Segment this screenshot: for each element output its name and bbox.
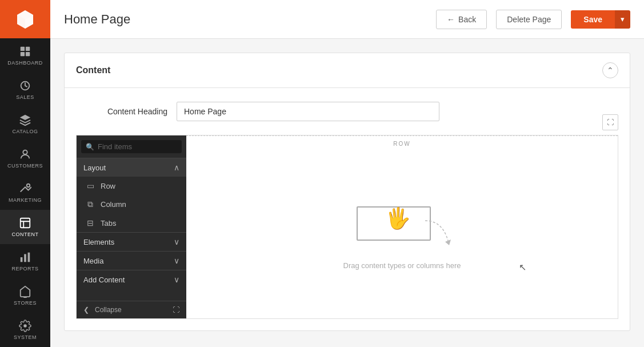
chevron-down-icon: ▾ <box>621 15 625 23</box>
sidebar-item-sales-label: SALES <box>16 94 34 100</box>
sidebar-item-customers-label: CUSTOMERS <box>7 163 43 169</box>
add-content-chevron-down-icon: ∨ <box>174 275 179 284</box>
panel-item-tabs[interactable]: ⊟ Tabs <box>77 214 186 232</box>
content-area: Content ⌃ Content Heading ⛶ <box>50 39 644 347</box>
content-heading-row: Content Heading <box>65 88 630 135</box>
drop-zone-text: Drag content types or columns here <box>343 261 461 270</box>
sidebar-item-sales[interactable]: SALES <box>0 73 50 107</box>
elements-section-label: Elements <box>83 238 114 246</box>
media-section-header[interactable]: Media ∨ <box>77 251 186 270</box>
delete-page-button[interactable]: Delete Page <box>496 10 562 29</box>
svg-point-5 <box>23 150 27 154</box>
panel-search-inner: 🔍 <box>81 140 182 153</box>
svg-rect-11 <box>23 297 27 298</box>
sidebar-item-dashboard-label: DASHBOARD <box>7 60 43 66</box>
svg-rect-0 <box>21 47 25 51</box>
sidebar-item-marketing-label: MARKETING <box>9 197 42 203</box>
search-icon: 🔍 <box>86 143 94 151</box>
chevron-left-icon: ❮ <box>83 306 89 314</box>
fullscreen-icon: ⛶ <box>607 118 614 126</box>
sidebar-logo <box>0 0 50 38</box>
sidebar-item-catalog[interactable]: CATALOG <box>0 107 50 141</box>
chevron-up-icon: ⌃ <box>607 66 614 75</box>
sidebar-item-content[interactable]: CONTENT <box>0 210 50 244</box>
panel-item-row[interactable]: ▭ Row <box>77 177 186 195</box>
page-title: Home Page <box>64 12 427 27</box>
hand-icon: 🖐 <box>385 206 411 230</box>
svg-point-12 <box>23 324 27 328</box>
panel-search-area: 🔍 <box>77 135 186 158</box>
media-chevron-down-icon: ∨ <box>174 256 179 265</box>
drop-zone-visual: 🖐 <box>351 195 454 252</box>
sidebar-item-catalog-label: CATALOG <box>12 129 38 134</box>
panel-footer[interactable]: ❮ Collapse ⛶ <box>77 301 186 318</box>
page-builder-area: ⛶ 🔍 Layout <box>65 135 630 330</box>
svg-rect-8 <box>21 257 23 262</box>
sidebar: DASHBOARD SALES CATALOG CUSTOMERS MARKET… <box>0 0 50 347</box>
elements-chevron-down-icon: ∨ <box>174 237 179 246</box>
svg-rect-10 <box>28 253 30 262</box>
cursor-indicator: ↖ <box>519 262 526 273</box>
panel-item-column[interactable]: ⧉ Column <box>77 195 186 214</box>
svg-rect-3 <box>26 52 30 56</box>
save-group: Save ▾ <box>571 10 630 29</box>
content-section-header: Content ⌃ <box>65 53 630 88</box>
column-icon: ⧉ <box>86 200 95 209</box>
collapse-label: Collapse <box>95 306 122 314</box>
svg-rect-1 <box>26 47 30 51</box>
elements-section-header[interactable]: Elements ∨ <box>77 232 186 251</box>
sidebar-item-content-label: CONTENT <box>12 232 39 237</box>
canvas[interactable]: ROW 🖐 Drag content types or columns h <box>186 135 618 318</box>
content-panel: 🔍 Layout ∧ ▭ Row <box>77 135 186 318</box>
back-arrow-icon: ← <box>447 15 455 24</box>
fullscreen-button[interactable]: ⛶ <box>602 114 618 130</box>
svg-rect-9 <box>24 254 26 262</box>
sidebar-item-system[interactable]: SYSTEM <box>0 313 50 347</box>
tabs-icon: ⊟ <box>86 218 95 228</box>
drop-zone: 🖐 Drag content types or columns here <box>186 149 618 315</box>
add-content-section-label: Add Content <box>83 276 125 284</box>
panel-item-row-label: Row <box>101 182 115 190</box>
save-dropdown-button[interactable]: ▾ <box>615 10 630 29</box>
sidebar-item-stores[interactable]: STORES <box>0 278 50 313</box>
back-button[interactable]: ← Back <box>436 10 487 29</box>
back-button-label: Back <box>458 15 476 24</box>
panel-item-column-label: Column <box>101 200 126 209</box>
layout-section-header[interactable]: Layout ∧ <box>77 158 186 177</box>
sidebar-item-reports-label: REPORTS <box>12 266 39 272</box>
layout-chevron-up-icon: ∧ <box>174 163 179 172</box>
row-icon: ▭ <box>86 181 95 190</box>
page-header: Home Page ← Back Delete Page Save ▾ <box>50 0 644 39</box>
builder-container: 🔍 Layout ∧ ▭ Row <box>76 135 618 319</box>
panel-search-input[interactable] <box>98 142 177 151</box>
svg-rect-2 <box>21 52 25 56</box>
svg-rect-7 <box>21 218 30 228</box>
content-section-title: Content <box>76 65 110 75</box>
expand-icon: ⛶ <box>173 306 179 314</box>
collapse-section-button[interactable]: ⌃ <box>602 62 618 78</box>
add-content-section-header[interactable]: Add Content ∨ <box>77 270 186 289</box>
drag-arrow-icon <box>419 218 454 246</box>
sidebar-item-system-label: SYSTEM <box>14 334 37 340</box>
svg-point-6 <box>27 184 30 188</box>
main-content: Home Page ← Back Delete Page Save ▾ Cont… <box>50 0 644 347</box>
sidebar-item-reports[interactable]: REPORTS <box>0 244 50 278</box>
sidebar-item-stores-label: STORES <box>14 300 37 306</box>
sidebar-item-dashboard[interactable]: DASHBOARD <box>0 38 50 73</box>
media-section-label: Media <box>83 257 103 265</box>
panel-item-tabs-label: Tabs <box>101 219 116 228</box>
sidebar-item-customers[interactable]: CUSTOMERS <box>0 141 50 176</box>
sidebar-item-marketing[interactable]: MARKETING <box>0 176 50 210</box>
content-section: Content ⌃ Content Heading ⛶ <box>64 53 630 331</box>
content-heading-input[interactable] <box>177 102 439 121</box>
layout-section-label: Layout <box>83 163 106 172</box>
save-button[interactable]: Save <box>571 10 615 29</box>
content-heading-label: Content Heading <box>76 107 167 116</box>
row-label: ROW <box>186 135 618 149</box>
